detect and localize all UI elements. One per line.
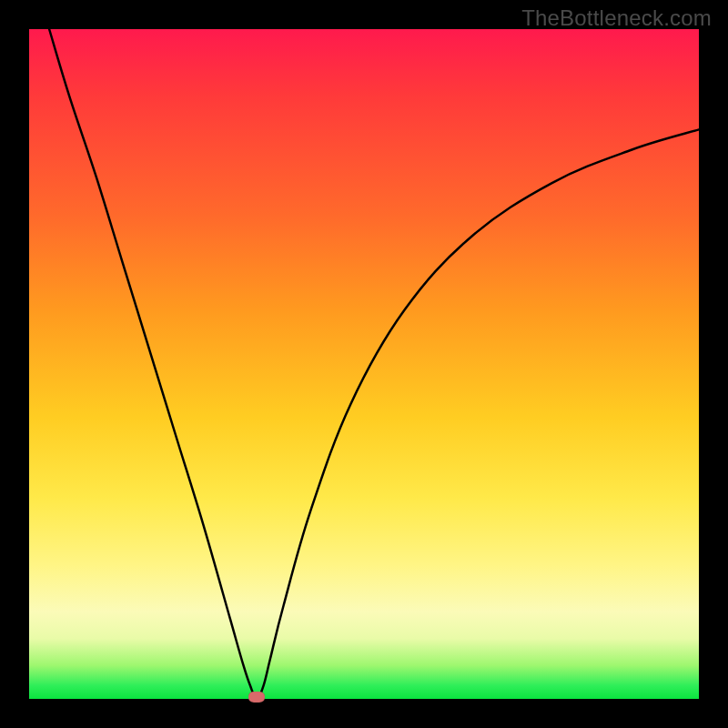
chart-frame: TheBottleneck.com (0, 0, 728, 728)
plot-area (29, 29, 699, 699)
watermark-text: TheBottleneck.com (521, 5, 712, 31)
optimal-point-marker (248, 692, 265, 703)
bottleneck-curve (29, 29, 699, 699)
curve-path (49, 29, 699, 699)
